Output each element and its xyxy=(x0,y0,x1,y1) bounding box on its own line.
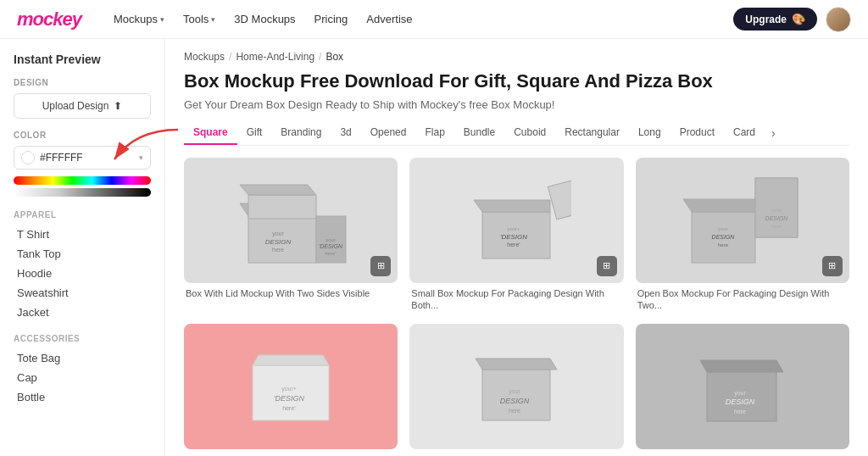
mockup-card-2[interactable]: your+ 'DESIGN here' ⊞ Small Box Mockup F… xyxy=(409,158,623,313)
svg-text:here: here xyxy=(734,409,746,414)
svg-rect-28 xyxy=(253,365,329,420)
box-illustration-5: your DESIGN here xyxy=(465,340,567,433)
sidebar-item-cap[interactable]: Cap xyxy=(14,368,151,387)
color-rainbow-bar[interactable] xyxy=(14,176,151,185)
design-label: DESIGN xyxy=(14,78,151,87)
tab-flap[interactable]: Flap xyxy=(415,121,453,145)
svg-rect-14 xyxy=(548,175,572,220)
tab-3d[interactable]: 3d xyxy=(331,121,360,145)
svg-marker-19 xyxy=(683,199,755,212)
tab-cuboid[interactable]: Cuboid xyxy=(504,121,555,145)
avatar[interactable] xyxy=(826,7,851,32)
nav-tools[interactable]: Tools ▾ xyxy=(175,8,224,31)
instant-preview-title: Instant Preview xyxy=(14,53,151,66)
svg-text:DESIGN: DESIGN xyxy=(265,238,292,246)
nav-advertise[interactable]: Advertise xyxy=(358,8,420,31)
breadcrumb: Mockups / Home-And-Living / Box xyxy=(184,51,849,63)
svg-marker-4 xyxy=(240,185,316,195)
sidebar-item-sweatshirt[interactable]: Sweatshirt xyxy=(14,283,151,303)
tab-product[interactable]: Product xyxy=(670,121,724,145)
apparel-section-label: APPAREL xyxy=(14,210,151,220)
upload-design-label: Upload Design xyxy=(42,100,109,112)
svg-text:'DESIGN: 'DESIGN xyxy=(500,233,527,241)
mockup-label-3: Open Box Mockup For Packaging Design Wit… xyxy=(636,287,849,313)
svg-marker-34 xyxy=(476,359,557,370)
mockup-overlay-btn-1[interactable]: ⊞ xyxy=(370,256,391,276)
svg-text:DESIGN: DESIGN xyxy=(500,397,530,405)
breadcrumb-category[interactable]: Home-And-Living xyxy=(236,51,314,63)
mockup-image-4: your+ 'DESIGN here' xyxy=(184,324,398,449)
svg-text:here': here' xyxy=(508,242,520,247)
sidebar-item-tank-top[interactable]: Tank Top xyxy=(14,244,151,264)
svg-text:your: your xyxy=(718,226,728,231)
svg-text:your: your xyxy=(734,390,746,397)
mockup-overlay-btn-3[interactable]: ⊞ xyxy=(822,256,843,276)
sidebar-item-hoodie[interactable]: Hoodie xyxy=(14,264,151,283)
mockup-card-3[interactable]: your DESIGN here your DESIGN here ⊞ Open… xyxy=(636,158,849,313)
svg-marker-39 xyxy=(700,360,783,372)
tab-card[interactable]: Card xyxy=(724,121,765,145)
tab-more-icon[interactable]: › xyxy=(765,121,782,145)
mockup-image-3: your DESIGN here your DESIGN here ⊞ xyxy=(636,158,849,283)
svg-text:your: your xyxy=(272,231,284,237)
mockup-grid: your DESIGN here your 'DESIGN here' ⊞ Bo… xyxy=(184,158,849,454)
svg-text:DESIGN: DESIGN xyxy=(726,398,755,406)
svg-text:'DESIGN: 'DESIGN xyxy=(319,243,343,249)
box-illustration-3: your DESIGN here your DESIGN here xyxy=(679,170,806,271)
svg-text:here': here' xyxy=(326,251,337,256)
breadcrumb-sep-2: / xyxy=(319,51,321,63)
box-illustration-2: your+ 'DESIGN here' xyxy=(461,170,571,271)
color-hex-value: #FFFFFF xyxy=(40,152,134,164)
color-gray-bar[interactable] xyxy=(14,188,151,197)
sidebar-item-tote-bag[interactable]: Tote Bag xyxy=(14,348,151,368)
header: mockey Mockups ▾ Tools ▾ 3D Mockups Pric… xyxy=(0,0,868,39)
tab-gift[interactable]: Gift xyxy=(237,121,272,145)
nav-mockups[interactable]: Mockups ▾ xyxy=(105,8,173,31)
tab-branding[interactable]: Branding xyxy=(271,121,331,145)
main-nav: Mockups ▾ Tools ▾ 3D Mockups Pricing Adv… xyxy=(105,8,421,31)
tab-opened[interactable]: Opened xyxy=(361,121,416,145)
sidebar-item-t-shirt[interactable]: T Shirt xyxy=(14,225,151,244)
mockup-card-6[interactable]: your DESIGN here xyxy=(636,324,849,453)
mockup-image-5: your DESIGN here xyxy=(409,324,623,449)
svg-text:here: here xyxy=(272,247,284,253)
upgrade-emoji: 🎨 xyxy=(792,13,805,25)
logo[interactable]: mockey xyxy=(17,8,81,31)
breadcrumb-sep-1: / xyxy=(229,51,231,63)
breadcrumb-mockups[interactable]: Mockups xyxy=(184,51,225,63)
breadcrumb-current: Box xyxy=(326,51,343,63)
chevron-down-icon: ▾ xyxy=(211,15,215,24)
page-subtitle: Get Your Dream Box Design Ready to Ship … xyxy=(184,98,849,111)
svg-marker-13 xyxy=(474,200,550,212)
svg-text:'DESIGN: 'DESIGN xyxy=(274,394,305,403)
svg-rect-3 xyxy=(248,195,316,219)
svg-text:DESIGN: DESIGN xyxy=(765,215,788,221)
mockup-label-1: Box With Lid Mockup With Two Sides Visib… xyxy=(184,287,398,300)
mockup-overlay-btn-2[interactable]: ⊞ xyxy=(597,256,617,276)
upgrade-button[interactable]: Upgrade 🎨 xyxy=(733,8,817,31)
mockup-card-5[interactable]: your DESIGN here xyxy=(409,324,623,453)
svg-text:your: your xyxy=(509,388,521,395)
mockup-card-4[interactable]: your+ 'DESIGN here' xyxy=(184,324,398,453)
mockup-image-6: your DESIGN here xyxy=(636,324,849,449)
filter-tabs: Square Gift Branding 3d Opened Flap Bund… xyxy=(184,121,849,146)
tab-rectangular[interactable]: Rectangular xyxy=(555,121,629,145)
svg-text:here': here' xyxy=(282,405,295,411)
svg-marker-29 xyxy=(253,355,329,365)
sidebar-item-bottle[interactable]: Bottle xyxy=(14,387,151,407)
sidebar-item-jacket[interactable]: Jacket xyxy=(14,303,151,322)
upload-design-button[interactable]: Upload Design ⬆ xyxy=(14,93,151,119)
mockup-card-1[interactable]: your DESIGN here your 'DESIGN here' ⊞ Bo… xyxy=(184,158,398,313)
svg-text:your+: your+ xyxy=(281,386,297,392)
nav-pricing[interactable]: Pricing xyxy=(306,8,357,31)
nav-3d-mockups[interactable]: 3D Mockups xyxy=(225,8,303,31)
box-illustration-1: your DESIGN here your 'DESIGN here' xyxy=(231,170,350,271)
mockup-image-2: your+ 'DESIGN here' ⊞ xyxy=(409,158,623,283)
color-label: COLOR xyxy=(14,131,151,140)
tab-square[interactable]: Square xyxy=(184,121,237,145)
page-title: Box Mockup Free Download For Gift, Squar… xyxy=(184,70,849,93)
color-selector[interactable]: #FFFFFF ▾ xyxy=(14,146,151,170)
tab-long[interactable]: Long xyxy=(629,121,670,145)
upgrade-label: Upgrade xyxy=(745,14,787,25)
tab-bundle[interactable]: Bundle xyxy=(454,121,504,145)
